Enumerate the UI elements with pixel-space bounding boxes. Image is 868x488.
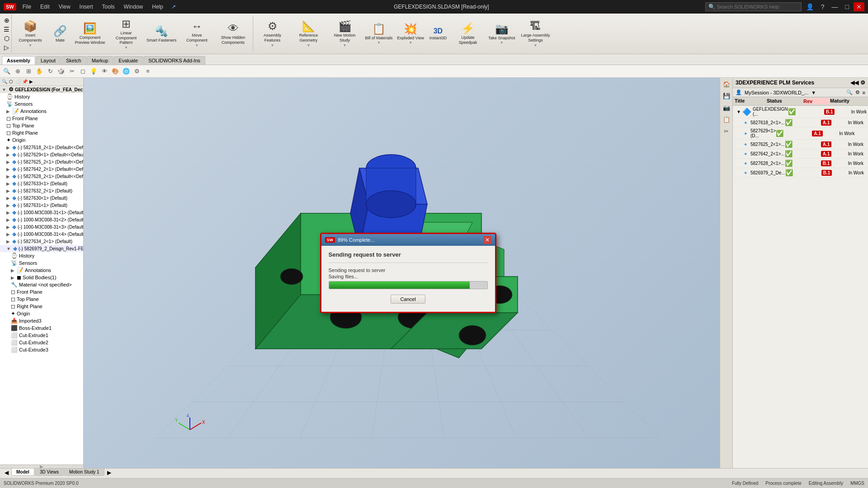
ft-sub-boss-extrude1[interactable]: ⬛ Boss-Extrude1 <box>0 324 83 332</box>
ft-icon4[interactable]: ▷ <box>3 43 10 52</box>
tab-markup[interactable]: Markup <box>87 56 113 65</box>
plm-row-0[interactable]: ▼ 🔷 GEFLEXDESIGN (... ✅ B.1 In Work <box>733 106 868 118</box>
menu-view[interactable]: View <box>56 3 73 11</box>
ft-comp2[interactable]: ▶ ◆ (-) 5827629<1> (Default<<Default <box>0 151 83 158</box>
search-input[interactable] <box>717 4 798 9</box>
ft-comp5[interactable]: ▶ ◆ (-) 5827628_2<1> (Default<<Defa <box>0 173 83 180</box>
tab-layout[interactable]: Layout <box>36 56 61 65</box>
plm-filter-icon[interactable]: ⚙ <box>855 89 860 95</box>
ft-right-plane[interactable]: ◻ Right Plane <box>0 129 83 136</box>
ft-root[interactable]: ▼ ⚙ GEFLEXDESIGN (For_FEA_Dec19-2019- <box>0 86 83 93</box>
scene-btn[interactable]: 🌐 <box>121 66 131 76</box>
viewport[interactable]: X Y Z SW 89% Complete... ✕ Sending reque… <box>84 78 732 468</box>
take-snapshot-btn[interactable]: 📷 Take Snapshot ▼ <box>486 14 517 53</box>
tab-motion-study1[interactable]: Motion Study 1 <box>64 469 104 476</box>
plm-settings-btn[interactable]: ⚙ <box>860 80 865 86</box>
cancel-button[interactable]: Cancel <box>391 295 425 304</box>
plm-row-1[interactable]: 🔹 5827618_2<1>... ✅ A.1 In Work <box>733 118 868 127</box>
component-preview-btn[interactable]: 🖼️ Component Preview Window <box>72 14 108 53</box>
plm-session-dropdown[interactable]: ▼ <box>811 90 816 95</box>
ft-sub-front-plane[interactable]: ◻ Front Plane <box>0 288 83 296</box>
hide-show-btn[interactable]: 👁 <box>99 66 109 76</box>
ft-icon1[interactable]: ⊕ <box>3 16 10 25</box>
ft-icon3[interactable]: ⬡ <box>3 34 10 43</box>
tab-solidworks-addins[interactable]: SOLIDWORKS Add-Ins <box>143 56 205 65</box>
ft-comp13[interactable]: ▶ ◆ (-) 1000-M3C008-31<4> (Default <box>0 230 83 238</box>
feature-tree-scroll[interactable]: ▼ ⚙ GEFLEXDESIGN (For_FEA_Dec19-2019- ⌚ … <box>0 86 83 465</box>
plm-row-5[interactable]: 🔹 5827628_2<1>... ✅ B.1 In Work <box>733 159 868 168</box>
bottom-scroll-right[interactable]: ▶ <box>105 469 114 477</box>
plm-row-2[interactable]: 🔹 5827629<1> (D... ✅ A.1 In Work <box>733 127 868 140</box>
ft-root-expand[interactable]: ▼ <box>2 87 6 92</box>
menu-tools[interactable]: Tools <box>99 3 118 11</box>
ft-expand-all[interactable]: ⬡ <box>9 79 13 84</box>
solidworks-quick-access[interactable]: ↗ <box>170 3 178 11</box>
tab-sketch[interactable]: Sketch <box>61 56 86 65</box>
smart-fasteners-btn[interactable]: 🔩 Smart Fasteners <box>145 14 179 53</box>
exploded-view-btn[interactable]: 💥 Exploded View ▼ <box>396 14 426 53</box>
view-settings-btn[interactable]: ≡ <box>143 66 153 76</box>
settings-btn[interactable]: ⚙ <box>132 66 142 76</box>
ft-sub-cut-extrude1[interactable]: ⬜ Cut-Extrude1 <box>0 332 83 339</box>
bottom-scroll-left[interactable]: ◀ <box>2 469 11 477</box>
ft-comp8[interactable]: ▶ ◆ (-) 5827630<1> (Default) <box>0 194 83 202</box>
ft-origin[interactable]: ✦ Origin <box>0 136 83 144</box>
ft-arrow-right[interactable]: ▶ <box>29 79 33 84</box>
ft-sub-right-plane[interactable]: ◻ Right Plane <box>0 303 83 310</box>
ft-front-plane[interactable]: ◻ Front Plane <box>0 115 83 122</box>
bill-of-materials-btn[interactable]: 📋 Bill of Materials ▼ <box>363 14 395 53</box>
user-icon[interactable]: 👤 <box>803 2 816 11</box>
menu-file[interactable]: File <box>20 3 34 11</box>
row0-expand[interactable]: ▼ <box>736 109 741 114</box>
move-component-btn[interactable]: ↔ Move Component ▼ <box>179 14 215 53</box>
ft-top-plane[interactable]: ◻ Top Plane <box>0 122 83 129</box>
ft-comp9[interactable]: ▶ ◆ (-) 5827631<1> (Default) <box>0 202 83 209</box>
ft-comp4[interactable]: ▶ ◆ (-) 5827642_2<1> (Default<<Defa <box>0 165 83 173</box>
linear-component-pattern-btn[interactable]: ⊞ Linear Component Pattern ▼ <box>108 14 144 53</box>
mate-btn[interactable]: 🔗 Mate <box>49 14 71 53</box>
filter-btn[interactable]: 🔍 <box>2 66 12 76</box>
view-orientation-btn[interactable]: 🎲 <box>56 66 66 76</box>
insert-components-btn[interactable]: 📦 Insert Components ▼ <box>13 14 48 53</box>
ft-annotations[interactable]: ▶ 📝 Annotations <box>0 108 83 115</box>
ft-sub-annotations[interactable]: ▶ 📝 Annotations <box>0 267 83 274</box>
lighting-btn[interactable]: 💡 <box>89 66 99 76</box>
tab-evaluate[interactable]: Evaluate <box>113 56 143 65</box>
pan-btn[interactable]: ✋ <box>34 66 44 76</box>
rotate-btn[interactable]: ↻ <box>45 66 55 76</box>
ft-sub-origin[interactable]: ✦ Origin <box>0 310 83 317</box>
panel-resize-handle[interactable]: ▶ <box>0 465 83 468</box>
ft-sub-solid-bodies[interactable]: ▶ ◼ Solid Bodies(1) <box>0 274 83 281</box>
ft-comp6[interactable]: ▶ ◆ (-) 5827633<1> (Default) <box>0 180 83 187</box>
ft-collapse-all[interactable]: ⬜ <box>15 79 20 84</box>
plm-row-4[interactable]: 🔹 5827642_2<1>... ✅ A.1 In Work <box>733 149 868 159</box>
appearance-btn[interactable]: 🎨 <box>110 66 120 76</box>
menu-edit[interactable]: Edit <box>38 3 52 11</box>
minimize-btn[interactable]: — <box>829 2 841 11</box>
show-hidden-btn[interactable]: 👁 Show Hidden Components <box>216 14 251 53</box>
tab-model[interactable]: Model <box>11 469 34 476</box>
zoom-extend-btn[interactable]: ⊕ <box>13 66 23 76</box>
ft-comp12[interactable]: ▶ ◆ (-) 1000-M3C008-31<3> (Default <box>0 223 83 230</box>
modal-close-btn[interactable]: ✕ <box>483 236 491 244</box>
close-btn[interactable]: ✕ <box>854 2 864 11</box>
display-style-btn[interactable]: ◻ <box>78 66 88 76</box>
instant3d-btn[interactable]: 3D Instant3D <box>427 14 449 53</box>
maximize-btn[interactable]: □ <box>843 2 852 11</box>
assembly-features-btn[interactable]: ⚙ Assembly Features ▼ <box>255 14 290 53</box>
ft-icon2[interactable]: ☰ <box>3 25 10 34</box>
help-icon[interactable]: ? <box>818 2 827 11</box>
tab-3d-views[interactable]: 3D Views <box>35 469 64 476</box>
plm-more-icon[interactable]: ≡ <box>863 90 865 95</box>
ft-pin-icon[interactable]: 📌 <box>22 79 28 84</box>
ft-sub-cut-extrude2[interactable]: ⬜ Cut-Extrude2 <box>0 339 83 346</box>
plm-row-3[interactable]: 🔹 5827625_2<1>... ✅ A.1 In Work <box>733 140 868 149</box>
ft-sensors[interactable]: 📡 Sensors <box>0 100 83 108</box>
zoom-region-btn[interactable]: ⊞ <box>24 66 33 76</box>
ft-comp11[interactable]: ▶ ◆ (-) 1000-M3C008-31<2> (Default <box>0 216 83 223</box>
plm-collapse-btn[interactable]: ◀◀ <box>850 80 859 86</box>
ft-sub-history[interactable]: ⌚ History <box>0 252 83 259</box>
ft-sub-sensors[interactable]: 📡 Sensors <box>0 259 83 267</box>
ft-sub-imported3[interactable]: 📥 Imported3 <box>0 317 83 324</box>
menu-help[interactable]: Help <box>149 3 166 11</box>
